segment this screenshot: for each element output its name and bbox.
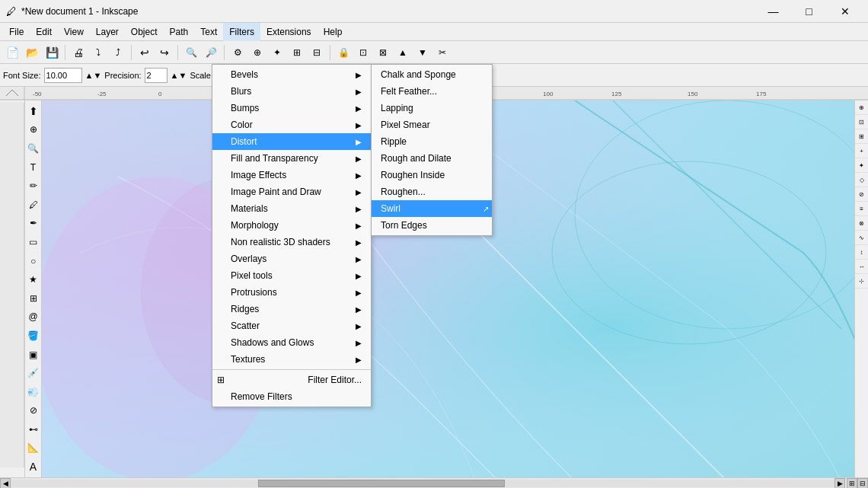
menu-scatter[interactable]: Scatter ▶ bbox=[212, 317, 371, 334]
submenu-roughen-inside[interactable]: Roughen Inside bbox=[372, 167, 492, 183]
submenu-rough-dilate[interactable]: Rough and Dilate bbox=[372, 150, 492, 167]
lower-button[interactable]: ▼ bbox=[413, 43, 432, 62]
new-button[interactable]: 📄 bbox=[3, 43, 21, 62]
menu-non-realistic-3d[interactable]: Non realistic 3D shaders ▶ bbox=[212, 234, 371, 250]
menu-ridges[interactable]: Ridges ▶ bbox=[212, 301, 371, 317]
menu-bevels[interactable]: Bevels ▶ bbox=[212, 66, 371, 83]
snap-btn-1[interactable]: ⊕ bbox=[855, 101, 869, 115]
pen-tool[interactable]: 🖊 bbox=[23, 196, 44, 214]
scroll-thumb[interactable] bbox=[258, 480, 506, 487]
menu-blurs[interactable]: Blurs ▶ bbox=[212, 83, 371, 100]
menu-path[interactable]: Path bbox=[164, 23, 195, 41]
snap-btn-10[interactable]: ∿ bbox=[855, 231, 869, 245]
horizontal-scrollbar[interactable]: ◀ ▶ ⊞ ⊟ bbox=[0, 477, 868, 488]
submenu-pixel-smear[interactable]: Pixel Smear bbox=[372, 116, 492, 133]
print-button[interactable]: 🖨 bbox=[69, 43, 88, 62]
menu-materials[interactable]: Materials ▶ bbox=[212, 200, 371, 217]
snap-btn-11[interactable]: ↕ bbox=[855, 246, 869, 260]
scroll-expand-btn[interactable]: ⊞ bbox=[847, 478, 857, 489]
star-tool[interactable]: ★ bbox=[23, 270, 44, 289]
rect-tool[interactable]: ▭ bbox=[23, 233, 44, 251]
xml-button[interactable]: ⊟ bbox=[308, 43, 326, 62]
menu-image-effects[interactable]: Image Effects ▶ bbox=[212, 167, 371, 183]
gradient-tool[interactable]: ▣ bbox=[23, 346, 44, 364]
menu-distort[interactable]: Distort ▶ bbox=[212, 133, 371, 150]
snap-btn-12[interactable]: ↔ bbox=[855, 260, 869, 274]
symbol-tool[interactable]: A bbox=[23, 458, 44, 476]
align-button[interactable]: ⊞ bbox=[288, 43, 306, 62]
snap-nodes-button[interactable]: ⚙ bbox=[228, 43, 247, 62]
menu-morphology[interactable]: Morphology ▶ bbox=[212, 217, 371, 234]
font-size-input[interactable] bbox=[44, 68, 82, 83]
node-button[interactable]: ⊕ bbox=[248, 43, 266, 62]
scroll-right-btn[interactable]: ▶ bbox=[834, 478, 845, 489]
menu-filter-editor[interactable]: ⊞ Filter Editor... bbox=[212, 372, 371, 388]
maximize-button[interactable]: □ bbox=[792, 0, 826, 23]
redo-button[interactable]: ↪ bbox=[155, 43, 174, 62]
menu-object[interactable]: Object bbox=[125, 23, 164, 41]
snap-btn-3[interactable]: ⊞ bbox=[855, 130, 869, 144]
menu-filters[interactable]: Filters bbox=[223, 23, 260, 41]
scissors-button[interactable]: ✂ bbox=[433, 43, 452, 62]
submenu-felt-feather[interactable]: Felt Feather... bbox=[372, 83, 492, 100]
open-button[interactable]: 📂 bbox=[23, 43, 41, 62]
zoom-in-button[interactable]: 🔍 bbox=[182, 43, 200, 62]
connector-tool[interactable]: ⊷ bbox=[23, 420, 44, 439]
snap-btn-2[interactable]: ⊡ bbox=[855, 116, 869, 129]
menu-protrusions[interactable]: Protrusions ▶ bbox=[212, 284, 371, 301]
zoom-out-button[interactable]: 🔎 bbox=[202, 43, 220, 62]
submenu-lapping[interactable]: Lapping bbox=[372, 100, 492, 116]
select-tool[interactable]: ⬆ bbox=[23, 102, 44, 120]
undo-button[interactable]: ↩ bbox=[136, 43, 154, 62]
menu-view[interactable]: View bbox=[58, 23, 90, 41]
menu-textures[interactable]: Textures ▶ bbox=[212, 351, 371, 368]
node-tool[interactable]: ⊕ bbox=[23, 121, 44, 139]
menu-text[interactable]: Text bbox=[194, 23, 223, 41]
menu-pixel-tools[interactable]: Pixel tools ▶ bbox=[212, 267, 371, 284]
menu-edit[interactable]: Edit bbox=[30, 23, 58, 41]
3d-box-tool[interactable]: ⊞ bbox=[23, 289, 44, 308]
ungroup-button[interactable]: ⊠ bbox=[374, 43, 392, 62]
submenu-chalk-sponge[interactable]: Chalk and Sponge bbox=[372, 66, 492, 83]
raise-button[interactable]: ▲ bbox=[394, 43, 412, 62]
circle-tool[interactable]: ○ bbox=[23, 252, 44, 270]
save-button[interactable]: 💾 bbox=[43, 43, 61, 62]
snap-btn-6[interactable]: ◇ bbox=[855, 174, 869, 187]
spiral-tool[interactable]: @ bbox=[23, 308, 44, 327]
transform-button[interactable]: ✦ bbox=[268, 43, 286, 62]
menu-bumps[interactable]: Bumps ▶ bbox=[212, 100, 371, 116]
menu-color[interactable]: Color ▶ bbox=[212, 116, 371, 133]
submenu-swirl[interactable]: Swirl ↗ bbox=[372, 200, 492, 217]
scroll-expand-btn2[interactable]: ⊟ bbox=[857, 478, 868, 489]
menu-image-paint-draw[interactable]: Image Paint and Draw ▶ bbox=[212, 183, 371, 200]
export-button[interactable]: ⤴ bbox=[109, 43, 127, 62]
import-button[interactable]: ⤵ bbox=[89, 43, 107, 62]
submenu-torn-edges[interactable]: Torn Edges bbox=[372, 217, 492, 234]
text-tool[interactable]: T bbox=[23, 158, 44, 177]
precision-input[interactable] bbox=[145, 68, 168, 83]
measure-tool[interactable]: 📐 bbox=[23, 439, 44, 458]
menu-shadows-glows[interactable]: Shadows and Glows ▶ bbox=[212, 334, 371, 351]
menu-extensions[interactable]: Extensions bbox=[260, 23, 318, 41]
menu-fill-transparency[interactable]: Fill and Transparency ▶ bbox=[212, 150, 371, 167]
calligraphy-tool[interactable]: ✒ bbox=[23, 215, 44, 233]
menu-layer[interactable]: Layer bbox=[90, 23, 125, 41]
group-button[interactable]: ⊡ bbox=[354, 43, 372, 62]
snap-btn-8[interactable]: ≡ bbox=[855, 203, 869, 216]
close-button[interactable]: ✕ bbox=[828, 0, 862, 23]
scroll-track[interactable] bbox=[11, 480, 834, 487]
spray-tool[interactable]: 💨 bbox=[23, 383, 44, 401]
menu-remove-filters[interactable]: Remove Filters bbox=[212, 388, 371, 405]
snap-btn-13[interactable]: ⊹ bbox=[855, 275, 869, 289]
submenu-roughen[interactable]: Roughen... bbox=[372, 183, 492, 200]
paint-bucket-tool[interactable]: 🪣 bbox=[23, 327, 44, 345]
submenu-ripple[interactable]: Ripple bbox=[372, 133, 492, 150]
menu-help[interactable]: Help bbox=[318, 23, 349, 41]
lock-button[interactable]: 🔒 bbox=[334, 43, 353, 62]
snap-btn-5[interactable]: ✦ bbox=[855, 159, 869, 173]
scroll-left-btn[interactable]: ◀ bbox=[0, 478, 11, 489]
minimize-button[interactable]: — bbox=[756, 0, 790, 23]
pencil-tool[interactable]: ✏ bbox=[23, 177, 44, 195]
snap-btn-7[interactable]: ⊘ bbox=[855, 188, 869, 202]
eraser-tool[interactable]: ⊘ bbox=[23, 402, 44, 420]
